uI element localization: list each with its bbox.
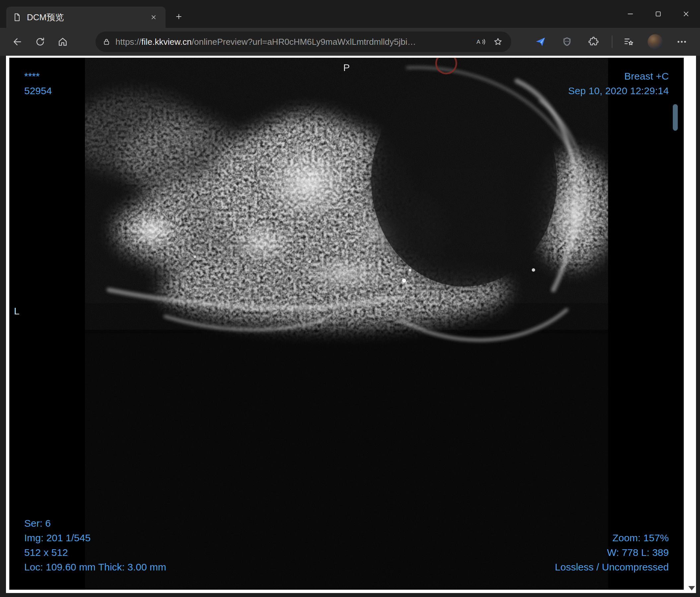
matrix-label: 512 x 512 (24, 545, 166, 560)
page-scrollbar[interactable] (687, 56, 696, 593)
refresh-button[interactable] (30, 31, 50, 52)
zoom-label: Zoom: 157% (555, 531, 669, 545)
overlay-series-info: Ser: 6 Img: 201 1/545 512 x 512 Loc: 109… (24, 516, 166, 574)
shield-extension-icon[interactable] (557, 31, 577, 52)
window-level-label: W: 778 L: 389 (555, 545, 669, 560)
page-frame: **** 52954 P Breast +C Sep 10, 2020 12:2… (0, 56, 700, 597)
study-datetime: Sep 10, 2020 12:29:14 (568, 84, 669, 98)
favorites-hub-icon[interactable] (618, 31, 639, 52)
patient-id: **** (24, 69, 52, 84)
translate-extension-icon[interactable] (530, 31, 551, 52)
tab-strip: DCM预览 (0, 0, 700, 28)
mri-scan-image (9, 58, 684, 590)
tab-dcm-preview[interactable]: DCM预览 (6, 7, 166, 28)
url-domain: file.kkview.cn (141, 37, 192, 47)
favorite-star-icon[interactable] (489, 33, 506, 50)
browser-toolbar: https://file.kkview.cn/onlinePreview?url… (0, 28, 700, 56)
overlay-display-info: Zoom: 157% W: 778 L: 389 Lossless / Unco… (555, 531, 669, 574)
compression-label: Lossless / Uncompressed (555, 560, 669, 574)
orientation-left-label: L (14, 304, 20, 318)
study-label: Breast +C (568, 69, 669, 84)
new-tab-button[interactable] (170, 8, 188, 25)
back-button[interactable] (7, 31, 28, 52)
toolbar-right (530, 31, 692, 52)
location-label: Loc: 109.60 mm Thick: 3.00 mm (24, 560, 166, 574)
window-minimize-button[interactable] (617, 0, 644, 28)
url-text[interactable]: https://file.kkview.cn/onlinePreview?url… (116, 37, 472, 47)
profile-avatar[interactable] (645, 31, 666, 52)
home-button[interactable] (52, 31, 73, 52)
scrollbar-down-arrow-icon[interactable] (689, 586, 695, 590)
url-scheme: https:// (116, 37, 141, 47)
viewer-scrollbar-thumb[interactable] (673, 104, 678, 131)
site-lock-icon[interactable] (102, 37, 111, 46)
window-maximize-button[interactable] (644, 0, 672, 28)
document-favicon-icon (12, 12, 22, 22)
image-label: Img: 201 1/545 (24, 531, 166, 545)
web-page: **** 52954 P Breast +C Sep 10, 2020 12:2… (6, 56, 696, 593)
tab-close-icon[interactable] (148, 11, 159, 23)
extensions-puzzle-icon[interactable] (583, 31, 604, 52)
patient-number: 52954 (24, 84, 52, 98)
tab-title: DCM预览 (27, 11, 142, 23)
browser-window: DCM预览 (0, 0, 700, 597)
window-controls (617, 0, 700, 28)
dicom-viewer-canvas[interactable]: **** 52954 P Breast +C Sep 10, 2020 12:2… (9, 58, 684, 590)
series-label: Ser: 6 (24, 516, 166, 531)
svg-text:A: A (476, 38, 480, 45)
orientation-posterior-label: P (343, 60, 350, 75)
avatar-image (648, 34, 663, 49)
address-bar[interactable]: https://file.kkview.cn/onlinePreview?url… (96, 31, 511, 52)
overlay-patient-info: **** 52954 (24, 69, 52, 98)
url-path: /onlinePreview?url=aHR0cHM6Ly9maWxlLmtrd… (192, 37, 416, 47)
overlay-study-info: Breast +C Sep 10, 2020 12:29:14 (568, 69, 669, 98)
toolbar-divider (612, 35, 612, 48)
window-close-button[interactable] (672, 0, 700, 28)
settings-menu-icon[interactable] (672, 31, 692, 52)
read-aloud-icon[interactable]: A (472, 33, 489, 50)
